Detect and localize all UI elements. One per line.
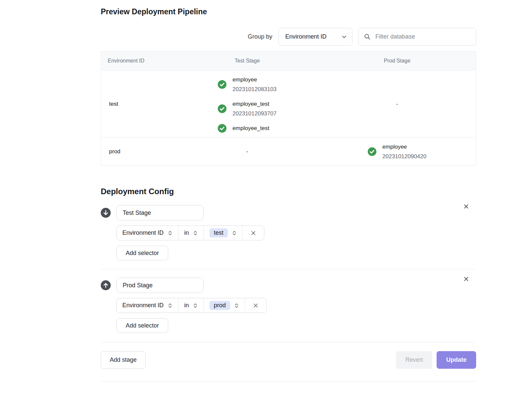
stage-header bbox=[101, 205, 476, 220]
environment-id-cell: prod bbox=[101, 148, 176, 155]
deployment-item-text: employee_test 20231012093707 bbox=[232, 99, 276, 118]
empty-placeholder: - bbox=[246, 148, 248, 155]
stage-header bbox=[101, 278, 476, 293]
remove-selector-button[interactable] bbox=[251, 302, 261, 309]
selector-value-select[interactable]: test bbox=[204, 226, 243, 240]
database-name: employee_test bbox=[232, 123, 269, 133]
deployment-item: employee 20231012083103 bbox=[218, 75, 276, 94]
filter-database-field bbox=[358, 28, 476, 46]
table-row: prod - employee 20231012090420 bbox=[101, 137, 476, 165]
table-row: test employee 20231012083103 bbox=[101, 70, 476, 137]
database-name: employee bbox=[232, 75, 276, 84]
test-stage-cell: employee 20231012083103 employee_test 20… bbox=[176, 75, 318, 133]
sort-chevrons-icon bbox=[193, 230, 198, 236]
selector-operator-value: in bbox=[184, 302, 189, 309]
sort-chevrons-icon bbox=[232, 230, 237, 236]
database-name: employee bbox=[382, 142, 426, 152]
selector-value-select[interactable]: prod bbox=[204, 298, 245, 313]
stage-name-input[interactable] bbox=[116, 278, 203, 293]
column-header-prod-stage: Prod Stage bbox=[319, 58, 476, 64]
schema-version: 20231012090420 bbox=[382, 152, 426, 161]
filter-database-input[interactable] bbox=[375, 33, 470, 41]
search-icon bbox=[364, 34, 370, 40]
success-check-icon bbox=[218, 104, 226, 113]
divider bbox=[101, 381, 476, 381]
deployment-item: employee 20231012090420 bbox=[368, 142, 426, 161]
column-header-environment-id: Environment ID bbox=[101, 58, 176, 64]
sort-chevrons-icon bbox=[168, 303, 173, 308]
selector-remove-segment bbox=[243, 226, 264, 240]
add-selector-button[interactable]: Add selector bbox=[116, 246, 168, 260]
sort-chevrons-icon bbox=[234, 303, 239, 308]
chevron-down-icon bbox=[341, 34, 347, 40]
group-by-selected-value: Environment ID bbox=[285, 33, 327, 40]
sort-chevrons-icon bbox=[193, 303, 198, 308]
selector-rule: Environment ID in test bbox=[116, 225, 264, 240]
remove-selector-button[interactable] bbox=[248, 230, 258, 236]
close-icon bbox=[250, 230, 256, 236]
schema-version: 20231012083103 bbox=[232, 84, 276, 94]
close-icon bbox=[463, 276, 469, 282]
selector-field-select[interactable]: Environment ID bbox=[117, 226, 179, 240]
revert-button[interactable]: Revert bbox=[396, 351, 432, 369]
selector-operator-select[interactable]: in bbox=[179, 298, 204, 313]
deployment-item-list: employee 20231012083103 employee_test 20… bbox=[218, 75, 276, 133]
environment-id-cell: test bbox=[101, 101, 176, 107]
deployment-item: employee_test bbox=[218, 123, 276, 133]
deployment-item: employee_test 20231012093707 bbox=[218, 99, 276, 118]
deployment-item-text: employee 20231012083103 bbox=[232, 75, 276, 94]
remove-stage-button[interactable] bbox=[462, 202, 471, 211]
deployment-config-title: Deployment Config bbox=[101, 187, 476, 196]
selector-operator-select[interactable]: in bbox=[179, 226, 204, 240]
selector-rule: Environment ID in prod bbox=[116, 298, 267, 313]
stage-config-test: Environment ID in test bbox=[101, 196, 476, 269]
selector-operator-value: in bbox=[184, 229, 189, 236]
selector-field-value: Environment ID bbox=[122, 229, 164, 236]
stage-name-input[interactable] bbox=[116, 205, 203, 220]
selector-field-select[interactable]: Environment ID bbox=[117, 298, 179, 313]
close-icon bbox=[253, 303, 259, 309]
selector-field-value: Environment ID bbox=[122, 302, 164, 309]
selector-remove-segment bbox=[245, 298, 266, 313]
schema-version: 20231012093707 bbox=[232, 109, 276, 118]
toolbar: Group by Environment ID bbox=[101, 28, 476, 46]
action-bar: Add stage Revert Update bbox=[101, 342, 476, 369]
main-content: Preview Deployment Pipeline Group by Env… bbox=[101, 7, 476, 381]
add-stage-button[interactable]: Add stage bbox=[101, 351, 146, 369]
deployment-item-text: employee_test bbox=[232, 123, 269, 133]
success-check-icon bbox=[218, 124, 226, 133]
sort-chevrons-icon bbox=[168, 230, 173, 236]
database-name: employee_test bbox=[232, 99, 276, 109]
remove-stage-button[interactable] bbox=[462, 274, 471, 284]
stage-down-arrow-icon bbox=[101, 208, 111, 218]
success-check-icon bbox=[218, 80, 226, 89]
prod-stage-cell: employee 20231012090420 bbox=[319, 142, 476, 161]
selector-value-tag: prod bbox=[209, 301, 230, 310]
prod-stage-cell: - bbox=[319, 101, 476, 107]
close-icon bbox=[463, 203, 469, 210]
empty-placeholder: - bbox=[396, 101, 398, 107]
selector-value-tag: test bbox=[209, 228, 228, 237]
update-button[interactable]: Update bbox=[437, 351, 476, 369]
column-header-test-stage: Test Stage bbox=[176, 58, 318, 64]
page-title: Preview Deployment Pipeline bbox=[101, 7, 476, 16]
stage-config-prod: Environment ID in prod bbox=[101, 269, 476, 342]
deployment-item-text: employee 20231012090420 bbox=[382, 142, 426, 161]
test-stage-cell: - bbox=[176, 148, 318, 155]
pipeline-table-header: Environment ID Test Stage Prod Stage bbox=[101, 52, 476, 70]
stage-up-arrow-icon bbox=[101, 280, 111, 290]
pipeline-table: Environment ID Test Stage Prod Stage tes… bbox=[101, 51, 476, 166]
group-by-label: Group by bbox=[248, 33, 272, 40]
group-by-select[interactable]: Environment ID bbox=[278, 28, 352, 46]
success-check-icon bbox=[368, 147, 376, 156]
add-selector-button[interactable]: Add selector bbox=[116, 318, 168, 333]
